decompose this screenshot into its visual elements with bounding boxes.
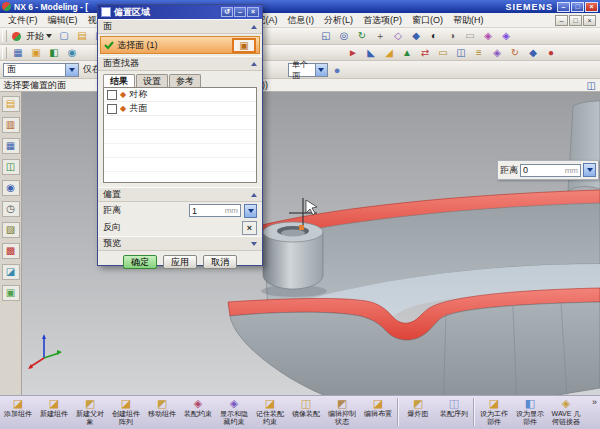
tab-results[interactable]: 结果 [103, 74, 135, 87]
open-file-icon[interactable]: ▤ [74, 29, 90, 43]
face-select-button[interactable]: ▣ [232, 38, 256, 53]
tab-settings[interactable]: 设置 [136, 74, 168, 87]
make-displayed-part-button[interactable]: ◧设为显示 部件 [512, 396, 548, 428]
show-hide-icon[interactable]: ◈ [480, 29, 496, 43]
edit-section-icon[interactable]: ● [543, 46, 559, 60]
delete-face-icon[interactable]: ▭ [435, 46, 451, 60]
checkbox-unchecked[interactable] [107, 104, 117, 114]
linear-dimension-icon[interactable]: ≡ [471, 46, 487, 60]
menu-file[interactable]: 文件(F) [3, 13, 43, 28]
window-minimize-button[interactable]: – [557, 2, 570, 12]
distance-input[interactable]: 0 mm [520, 164, 581, 177]
reuse-library-icon[interactable]: ◫ [2, 159, 20, 175]
blend-icon[interactable]: ◉ [64, 46, 80, 60]
make-work-part-button[interactable]: ◪设为工作 部件 [476, 396, 512, 428]
menu-window[interactable]: 窗口(O) [407, 13, 448, 28]
dialog-distance-input[interactable]: 1 mm [189, 204, 241, 217]
constraint-navigator-icon[interactable]: ▥ [2, 117, 20, 133]
selection-sphere-icon[interactable]: ● [329, 63, 345, 77]
move-face-icon[interactable]: ► [345, 46, 361, 60]
mirror-assembly-button[interactable]: ◫镜像装配 [288, 396, 324, 428]
handle-origin[interactable] [299, 225, 304, 230]
images-icon[interactable]: ▣ [2, 285, 20, 301]
face-group-header[interactable]: 面 [98, 19, 262, 34]
window-maximize-button[interactable]: □ [571, 2, 584, 12]
pan-icon[interactable]: ＋ [372, 29, 388, 43]
menu-edit[interactable]: 编辑(E) [43, 13, 83, 28]
dialog-distance-options-button[interactable] [244, 204, 257, 218]
mdi-close-button[interactable]: × [583, 15, 596, 26]
capture-icon[interactable]: ◫ [587, 80, 596, 91]
ok-button[interactable]: 确定 [123, 255, 157, 269]
finder-item-symmetric[interactable]: ◆ 对称 [104, 88, 256, 102]
clip-section-icon[interactable]: ◈ [498, 29, 514, 43]
face-finder-header[interactable]: 面查找器 [98, 56, 262, 71]
mdi-minimize-button[interactable]: – [555, 15, 568, 26]
cancel-button[interactable]: 取消 [203, 255, 237, 269]
toolbar-overflow-button[interactable]: » [592, 396, 600, 407]
snap-filter-combo[interactable]: 单个面 [288, 63, 328, 77]
assembly-navigator-icon[interactable]: ▤ [2, 96, 20, 112]
window-close-button[interactable]: × [585, 2, 598, 12]
create-component-array-button[interactable]: ◪创建组件 阵列 [108, 396, 144, 428]
assembly-constraints-button[interactable]: ◈装配约束 [180, 396, 216, 428]
dialog-title-bar[interactable]: 偏置区域 ↺ – × [98, 5, 262, 19]
fit-view-icon[interactable]: ◱ [318, 29, 334, 43]
menu-preferences[interactable]: 首选项(P) [358, 13, 407, 28]
reverse-direction-button[interactable]: × [242, 221, 257, 235]
resize-blend-icon[interactable]: ⇄ [417, 46, 433, 60]
cross-section-icon[interactable]: ◆ [525, 46, 541, 60]
new-parent-button[interactable]: ◩新建父对 象 [72, 396, 108, 428]
finder-item-coplanar[interactable]: ◆ 共面 [104, 102, 256, 116]
model-front-wall[interactable] [230, 302, 600, 395]
part-navigator-icon[interactable]: ▦ [2, 138, 20, 154]
remember-constraints-button[interactable]: ◪记住装配 约束 [252, 396, 288, 428]
new-component-button[interactable]: ◪新建组件 [36, 396, 72, 428]
toolbar-grip[interactable] [2, 47, 7, 59]
new-file-icon[interactable]: ▢ [56, 29, 72, 43]
sketch-icon[interactable]: ▦ [10, 46, 26, 60]
internet-explorer-icon[interactable]: ◉ [2, 180, 20, 196]
pull-face-icon[interactable]: ◣ [363, 46, 379, 60]
type-filter-combo[interactable]: 面 [3, 63, 79, 77]
rotate-view-icon[interactable]: ↻ [354, 29, 370, 43]
shell-icon[interactable]: ↻ [507, 46, 523, 60]
apply-button[interactable]: 应用 [163, 255, 197, 269]
dialog-minimize-button[interactable]: – [234, 7, 246, 17]
dialog-reset-button[interactable]: ↺ [221, 7, 233, 17]
edit-suppression-state-button[interactable]: ◩编辑抑制 状态 [324, 396, 360, 428]
extrude-icon[interactable]: ▣ [28, 46, 44, 60]
move-component-button[interactable]: ◩移动组件 [144, 396, 180, 428]
menu-help[interactable]: 帮助(H) [448, 13, 489, 28]
offset-group-header[interactable]: 偏置 [98, 187, 262, 202]
history-icon[interactable]: ◷ [2, 201, 20, 217]
assembly-sequence-button[interactable]: ◫装配序列 [436, 396, 472, 428]
hole-icon[interactable]: ◧ [46, 46, 62, 60]
distance-options-button[interactable] [583, 163, 596, 177]
tab-reference[interactable]: 参考 [169, 74, 201, 87]
zoom-icon[interactable]: ◎ [336, 29, 352, 43]
toolbar-grip[interactable] [2, 30, 7, 42]
wave-geometry-linker-button[interactable]: ◈WAVE 几 何链接器 [548, 396, 584, 428]
system-materials-icon[interactable]: ▨ [2, 222, 20, 238]
select-face-row[interactable]: 选择面 (1) ▣ [100, 36, 260, 54]
start-menu-button[interactable]: 开始 [9, 30, 55, 43]
dialog-close-button[interactable]: × [247, 7, 259, 17]
edit-arrangement-button[interactable]: ◪编辑布置 [360, 396, 396, 428]
add-component-button[interactable]: ◪添加组件 [0, 396, 36, 428]
copy-face-icon[interactable]: ◫ [453, 46, 469, 60]
shaded-view-icon[interactable]: ◆ [408, 29, 424, 43]
preview-group-header[interactable]: 预览 [98, 236, 262, 251]
checkbox-unchecked[interactable] [107, 90, 117, 100]
roles-icon[interactable]: ▩ [2, 243, 20, 259]
exploded-view-button[interactable]: ◩爆炸图 [400, 396, 436, 428]
mdi-restore-button[interactable]: □ [569, 15, 582, 26]
gallery-icon[interactable]: ◪ [2, 264, 20, 280]
show-hide-constraints-button[interactable]: ◈显示和隐 藏约束 [216, 396, 252, 428]
background-icon[interactable]: ▭ [462, 29, 478, 43]
angular-dimension-icon[interactable]: ◈ [489, 46, 505, 60]
render-style-icon[interactable]: ◐ [426, 29, 442, 43]
face-analysis-icon[interactable]: ◑ [444, 29, 460, 43]
menu-analysis[interactable]: 分析(L) [319, 13, 358, 28]
offset-region-icon[interactable]: ◢ [381, 46, 397, 60]
